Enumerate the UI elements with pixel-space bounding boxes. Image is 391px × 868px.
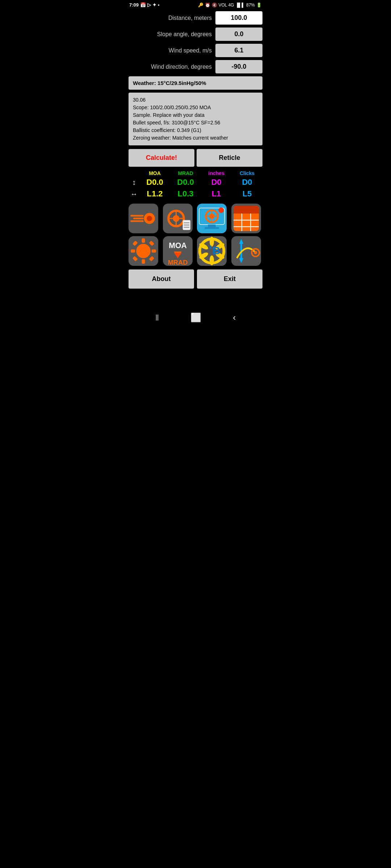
battery-icon: 🔋	[256, 3, 262, 8]
dot-icon: •	[158, 2, 160, 8]
svg-point-22	[218, 208, 224, 213]
table-button[interactable]	[231, 204, 261, 233]
wind-dir-input[interactable]	[215, 60, 262, 73]
result-clicks-row2: L5	[232, 189, 262, 199]
distance-input[interactable]	[215, 11, 262, 25]
exit-button[interactable]: Exit	[197, 269, 262, 289]
svg-marker-53	[239, 239, 243, 244]
header-mrad: MRAD	[170, 170, 201, 176]
moa-mrad-button[interactable]: MOA MRAD	[163, 236, 193, 266]
svg-rect-35	[152, 249, 156, 252]
recent-nav-icon[interactable]: ‹	[233, 312, 236, 323]
result-moa-row2: L1.2	[139, 189, 170, 199]
slope-row: Slope angle, degrees	[129, 27, 262, 41]
ammo-line4: Bullet speed, f/s: 3100@15°C SF=2.56	[133, 119, 258, 127]
svg-rect-33	[142, 259, 145, 264]
wind-speed-row: Wind speed, m/s	[129, 44, 262, 57]
svg-text:ʿB: ʿB	[209, 244, 220, 256]
svg-marker-54	[239, 258, 243, 263]
svg-rect-39	[149, 256, 154, 261]
svg-rect-25	[234, 211, 259, 213]
key-icon: 🔑	[198, 3, 203, 8]
result-mrad-row1: D0.0	[170, 178, 201, 187]
header-inches: inches	[201, 170, 232, 176]
calculate-button[interactable]: Calculate!	[129, 149, 194, 167]
network-icon: VOL 4G	[219, 3, 234, 8]
header-clicks: Clicks	[232, 170, 262, 176]
results-row-vertical: ↕ D0.0 D0.0 D0 D0	[129, 178, 262, 187]
wind-dir-row: Wind direction, degrees	[129, 60, 262, 73]
distance-label: Distance, meters	[129, 15, 215, 21]
slope-input[interactable]	[215, 27, 262, 41]
svg-rect-34	[131, 249, 135, 252]
monitor-scope-button[interactable]	[197, 204, 227, 233]
ammo-line6: Zeroing weather: Matches current weather	[133, 134, 258, 142]
left-right-arrow-icon: ↔	[129, 190, 139, 198]
bottom-buttons: About Exit	[129, 269, 262, 289]
result-inches-row1: D0	[201, 178, 232, 187]
svg-point-31	[140, 248, 146, 254]
scope-notes-button[interactable]	[163, 204, 193, 233]
icon-grid: MOA MRAD ʿB	[129, 204, 262, 266]
ammo-line2: Scope: 100/2.00/0.250/0.250 MOA	[133, 104, 258, 111]
results-area: MOA MRAD inches Clicks ↕ D0.0 D0.0 D0 D0…	[129, 170, 262, 199]
home-nav-icon[interactable]: ⬜	[190, 312, 201, 323]
ammo-line3: Sample. Replace with your data	[133, 111, 258, 119]
results-row-horizontal: ↔ L1.2 L0.3 L1 L5	[129, 189, 262, 199]
header-moa: MOA	[139, 170, 170, 176]
status-bar: 7:09 📅 ▷ ✦ • 🔑 ⏰ 🔇 VOL 4G ▐▌▌ 87% 🔋	[125, 0, 266, 10]
alarm-icon: ⏰	[205, 3, 210, 8]
svg-rect-37	[149, 241, 154, 246]
ammo-line1: 30.06	[133, 96, 258, 104]
wind-dir-label: Wind direction, degrees	[129, 64, 215, 70]
nav-bar: ⦀ ⬜ ‹	[125, 307, 266, 328]
back-nav-icon[interactable]: ⦀	[155, 312, 159, 323]
svg-point-56	[254, 251, 257, 254]
svg-point-1	[147, 216, 152, 221]
weather-panel[interactable]: Weather: 15°C/29.5inHg/50%	[129, 76, 262, 90]
svg-rect-32	[142, 238, 145, 243]
svg-rect-36	[133, 241, 138, 246]
result-inches-row2: L1	[201, 189, 232, 199]
trajectory-button[interactable]	[231, 236, 261, 266]
signal-icon: ▐▌▌	[235, 3, 245, 8]
svg-rect-38	[133, 256, 138, 261]
svg-marker-42	[174, 253, 181, 258]
action-buttons: Calculate! Reticle	[129, 149, 262, 167]
wind-speed-label: Wind speed, m/s	[129, 47, 215, 54]
mute-icon: 🔇	[212, 3, 217, 8]
time-display: 7:09	[129, 2, 139, 8]
ammo-panel[interactable]: 30.06 Scope: 100/2.00/0.250/0.250 MOA Sa…	[129, 93, 262, 145]
battery-display: 87%	[246, 3, 255, 8]
distance-row: Distance, meters	[129, 11, 262, 25]
up-down-arrow-icon: ↕	[129, 178, 139, 187]
result-moa-row1: D0.0	[139, 178, 170, 187]
result-mrad-row2: L0.3	[170, 189, 201, 199]
status-right: 🔑 ⏰ 🔇 VOL 4G ▐▌▌ 87% 🔋	[198, 3, 262, 8]
results-headers: MOA MRAD inches Clicks	[129, 170, 262, 176]
weather-text: Weather: 15°C/29.5inHg/50%	[133, 80, 206, 86]
bluetooth-button[interactable]: ʿB	[197, 236, 227, 266]
status-left: 7:09 📅 ▷ ✦ •	[129, 2, 160, 8]
slope-label: Slope angle, degrees	[129, 31, 215, 38]
calendar-icon: 📅	[140, 2, 146, 8]
main-content: Distance, meters Slope angle, degrees Wi…	[125, 10, 266, 296]
result-clicks-row1: D0	[232, 178, 262, 187]
media-icon: ▷	[147, 2, 151, 8]
svg-rect-16	[205, 227, 219, 229]
about-button[interactable]: About	[129, 269, 194, 289]
svg-text:MOA: MOA	[169, 241, 187, 250]
wind-speed-input[interactable]	[215, 44, 262, 57]
tools-icon: ✦	[152, 2, 156, 8]
settings-button[interactable]	[129, 236, 158, 266]
svg-text:MRAD: MRAD	[168, 259, 188, 266]
ammo-line5: Ballistic coefficient: 0.349 (G1)	[133, 127, 258, 134]
svg-rect-15	[208, 225, 215, 227]
ballistic-button[interactable]	[129, 204, 158, 233]
svg-point-48	[210, 255, 214, 265]
reticle-button[interactable]: Reticle	[197, 149, 262, 167]
